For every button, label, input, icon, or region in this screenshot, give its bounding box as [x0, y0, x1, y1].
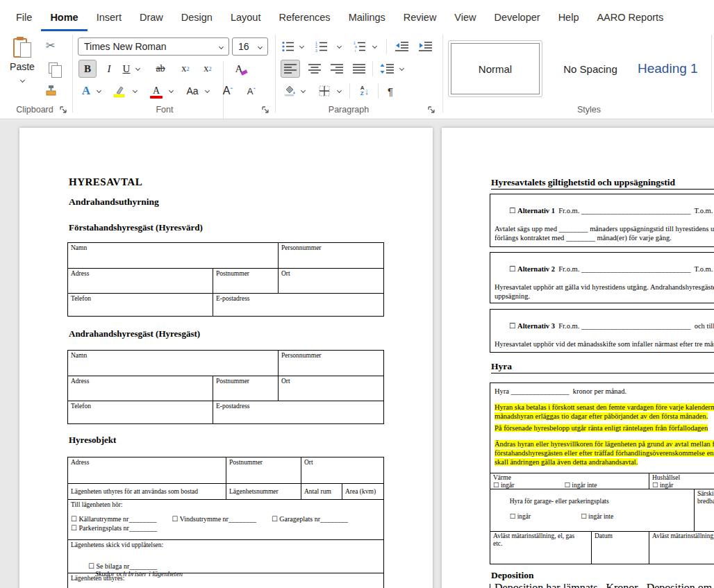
heat-included-checkbox[interactable]: ☐ ingår: [493, 482, 514, 489]
red-color-bar: [150, 96, 163, 99]
alternativ-2-checkbox[interactable]: ☐: [509, 265, 517, 273]
decrease-indent-button[interactable]: [393, 37, 411, 56]
subscript-button[interactable]: x2: [176, 60, 194, 78]
doc-title: HYRESAVTAL: [69, 176, 142, 188]
style-heading-1[interactable]: Heading 1: [638, 40, 714, 97]
tab-references[interactable]: References: [269, 4, 339, 31]
rooms-cell: Antal rum: [301, 484, 342, 499]
format-painter-icon[interactable]: [44, 84, 58, 98]
tab-layout[interactable]: Layout: [222, 4, 270, 31]
align-right-button[interactable]: [328, 60, 346, 78]
bullets-button[interactable]: [281, 37, 296, 56]
tab-aaro-reports[interactable]: AARO Reports: [588, 4, 672, 31]
basement-checkbox[interactable]: ☐ Källarutrymme nr________: [71, 515, 156, 523]
attic-checkbox[interactable]: ☐ Vindsutrymme nr________: [172, 515, 256, 523]
font-color-button[interactable]: A: [147, 82, 165, 100]
chevron-down-icon[interactable]: [135, 66, 140, 71]
attachment-checkbox[interactable]: ☐ Se bilaga nr________: [88, 562, 157, 570]
font-group-label: Font: [130, 105, 199, 115]
chevron-down-icon[interactable]: [169, 88, 174, 93]
garage-included-checkbox[interactable]: ☐ ingår: [510, 513, 531, 520]
shrink-font-button[interactable]: Aˇ: [242, 82, 261, 100]
font-size-combobox[interactable]: 16: [232, 37, 268, 56]
cut-icon[interactable]: ✂: [46, 39, 55, 52]
style-no-spacing[interactable]: No Spacing: [552, 40, 629, 97]
alternativ-3-checkbox[interactable]: ☐: [509, 322, 517, 330]
ribbon: Paste ✂ Clipboard Times New Roman 16 B I…: [0, 31, 714, 119]
tab-insert[interactable]: Insert: [88, 4, 131, 31]
chevron-down-icon[interactable]: [301, 88, 306, 93]
line-spacing-button[interactable]: [378, 60, 396, 78]
paste-button[interactable]: Paste: [6, 35, 39, 102]
heat-not-included-checkbox[interactable]: ☐ ingår inte: [564, 482, 597, 489]
numbering-button[interactable]: 123: [314, 37, 329, 56]
change-case-button[interactable]: Aa: [182, 82, 203, 100]
parking-checkbox[interactable]: ☐ Parkeringsplats nr________: [68, 524, 383, 532]
copy-icon[interactable]: [49, 62, 58, 74]
chevron-down-icon[interactable]: [337, 88, 342, 93]
increase-indent-button[interactable]: [417, 37, 435, 56]
strikethrough-button[interactable]: ab: [151, 60, 169, 78]
chevron-down-icon[interactable]: [337, 44, 342, 49]
tab-file[interactable]: File: [7, 4, 41, 31]
sort-button[interactable]: A Z ↓: [354, 82, 375, 100]
tab-design[interactable]: Design: [172, 4, 222, 31]
chevron-down-icon[interactable]: [299, 44, 304, 49]
tab-draw[interactable]: Draw: [131, 4, 172, 31]
garage-not-included-checkbox[interactable]: ☐ ingår inte: [581, 513, 613, 520]
paragraph-dialog-launcher-icon[interactable]: [428, 106, 435, 114]
condition-label: Lägenhetens skick vid upplåtelsen:: [68, 540, 383, 550]
font-name-combobox[interactable]: Times New Roman: [78, 37, 229, 56]
tenant-heading: Andrahandshyresgäst (Hyresgäst): [69, 328, 200, 339]
tab-review[interactable]: Review: [395, 4, 446, 31]
belongings-checkbox-row[interactable]: ☐ Källarutrymme nr________ ☐ Vindsutrymm…: [68, 515, 383, 523]
electricity-included-checkbox[interactable]: ☐ ingår: [652, 482, 673, 489]
chevron-down-icon[interactable]: [372, 44, 377, 49]
borders-button[interactable]: [315, 82, 333, 100]
bullet-list-icon: [282, 41, 294, 52]
grow-font-button[interactable]: Aˆ: [218, 82, 238, 100]
align-center-button[interactable]: [306, 60, 324, 78]
rent-amount-line: Hyra ________________ kronor per månad.: [490, 387, 714, 396]
tab-developer[interactable]: Developer: [485, 4, 549, 31]
alternativ-3-label: Alternativ 3: [517, 322, 555, 330]
align-right-icon: [331, 64, 343, 74]
multilevel-list-button[interactable]: 1ai: [351, 37, 368, 56]
text-highlight-button[interactable]: [110, 82, 129, 100]
address-cell: Adress: [68, 376, 213, 401]
chevron-down-icon[interactable]: [133, 88, 138, 93]
font-dialog-launcher-icon[interactable]: [262, 106, 269, 114]
chevron-down-icon[interactable]: [399, 66, 404, 71]
fees-row-heat: Värme☐ ingår☐ ingår inte Hushållsel☐ ing…: [490, 473, 714, 489]
garage-checkbox[interactable]: ☐ Garageplats nr________: [272, 515, 348, 523]
shading-button[interactable]: [281, 82, 299, 100]
tab-view[interactable]: View: [445, 4, 485, 31]
show-hide-marks-button[interactable]: ¶: [382, 82, 399, 100]
tab-help[interactable]: Help: [549, 4, 588, 31]
justify-button[interactable]: [350, 60, 368, 78]
align-left-button[interactable]: [281, 60, 300, 78]
tab-home[interactable]: Home: [41, 4, 87, 31]
bold-button[interactable]: B: [78, 60, 97, 78]
paint-bucket-icon: [283, 85, 296, 96]
clear-formatting-button[interactable]: A: [229, 60, 249, 78]
chevron-down-icon[interactable]: [97, 88, 101, 93]
heat-label: Värme: [493, 474, 511, 481]
superscript-button[interactable]: x2: [199, 60, 217, 78]
tab-mailings[interactable]: Mailings: [340, 4, 395, 31]
italic-button[interactable]: I: [101, 60, 117, 78]
postal-code-cell: Postnummer: [226, 457, 301, 483]
table-row: Till lägenheten hör: ☐ Källarutrymme nr_…: [68, 499, 383, 539]
underline-button[interactable]: U: [119, 60, 133, 78]
styles-group-label: Styles: [554, 105, 624, 115]
document-page-1[interactable]: HYRESAVTAL Andrahandsuthyrning Förstahan…: [19, 128, 433, 588]
text-effects-button[interactable]: A: [78, 82, 94, 100]
clipboard-dialog-launcher-icon[interactable]: [60, 106, 67, 114]
chevron-down-icon[interactable]: [205, 88, 210, 93]
style-normal[interactable]: Normal: [448, 40, 542, 97]
document-page-2[interactable]: Hyresavtalets giltighetstid och uppsägni…: [442, 128, 714, 588]
name-cell: Namn: [68, 351, 278, 376]
broadband-label-line1: Särskild avgift för: [697, 490, 714, 497]
table-row: Adress Postnummer Ort: [68, 457, 383, 483]
alternativ-1-checkbox[interactable]: ☐: [509, 207, 517, 215]
